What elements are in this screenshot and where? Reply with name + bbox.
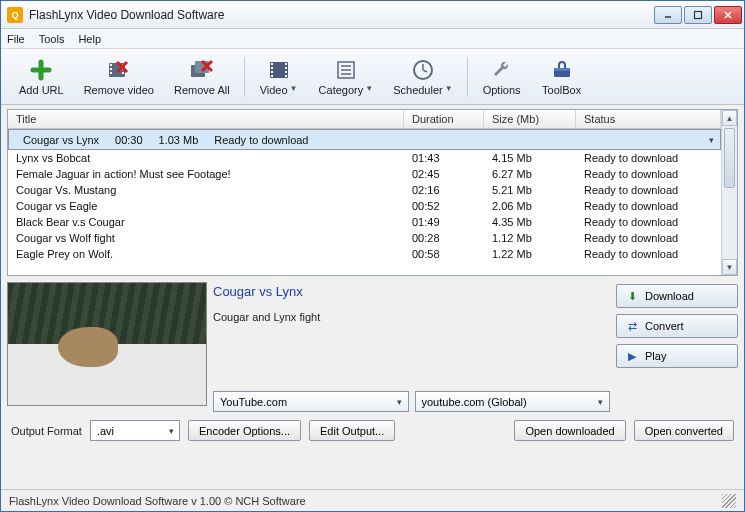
menu-file[interactable]: File: [7, 33, 25, 45]
source-select[interactable]: YouTube.com: [213, 391, 409, 412]
table-row[interactable]: Cougar Vs. Mustang02:165.21 MbReady to d…: [8, 182, 721, 198]
grid-header: Title Duration Size (Mb) Status: [8, 110, 721, 129]
remove-video-button[interactable]: Remove video: [74, 53, 164, 101]
detail-description: Cougar and Lynx fight: [213, 311, 610, 391]
cell-duration: 00:52: [404, 199, 484, 213]
toolbar: Add URL Remove video Remove All Video▼ C…: [1, 49, 744, 105]
svg-rect-5: [110, 64, 112, 66]
output-format-label: Output Format: [11, 425, 82, 437]
remove-all-button[interactable]: Remove All: [164, 53, 240, 101]
svg-rect-30: [554, 68, 570, 71]
cell-status: Ready to download: [576, 167, 721, 181]
menu-help[interactable]: Help: [78, 33, 101, 45]
toolbar-separator: [467, 57, 468, 97]
cell-status: Ready to download: [576, 247, 721, 261]
svg-rect-1: [695, 11, 702, 18]
scroll-track[interactable]: [722, 190, 737, 259]
cell-status: Ready to download: [206, 133, 316, 147]
chevron-down-icon: ▼: [290, 84, 298, 93]
cell-size: 4.15 Mb: [484, 151, 576, 165]
menu-tools[interactable]: Tools: [39, 33, 65, 45]
cell-title: Black Bear v.s Cougar: [8, 215, 404, 229]
col-status[interactable]: Status: [576, 110, 721, 128]
resize-grip-icon[interactable]: [722, 494, 736, 508]
output-format-select[interactable]: .avi: [90, 420, 180, 441]
toolbar-separator: [244, 57, 245, 97]
convert-button[interactable]: ⇄ Convert: [616, 314, 738, 338]
cell-status: Ready to download: [576, 151, 721, 165]
svg-rect-17: [271, 75, 273, 77]
open-converted-button[interactable]: Open converted: [634, 420, 734, 441]
table-row[interactable]: Eagle Prey on Wolf.00:581.22 MbReady to …: [8, 246, 721, 262]
cell-duration: 00:30: [107, 133, 151, 147]
statusbar: FlashLynx Video Download Software v 1.00…: [1, 489, 744, 511]
scheduler-button[interactable]: Scheduler▼: [383, 53, 462, 101]
options-button[interactable]: Options: [472, 53, 532, 101]
category-button[interactable]: Category▼: [309, 53, 384, 101]
cell-size: 1.12 Mb: [484, 231, 576, 245]
cell-title: Cougar vs Eagle: [8, 199, 404, 213]
svg-rect-18: [285, 63, 287, 65]
list-icon: [334, 58, 358, 82]
maximize-button[interactable]: [684, 6, 712, 24]
cell-title: Cougar vs Wolf fight: [8, 231, 404, 245]
film-icon: [267, 58, 291, 82]
films-x-icon: [190, 58, 214, 82]
app-window: Q FlashLynx Video Download Software File…: [0, 0, 745, 512]
film-x-icon: [107, 58, 131, 82]
cell-title: Cougar Vs. Mustang: [8, 183, 404, 197]
col-size[interactable]: Size (Mb): [484, 110, 576, 128]
minimize-button[interactable]: [654, 6, 682, 24]
svg-rect-6: [110, 68, 112, 70]
cell-duration: 01:49: [404, 215, 484, 229]
server-select[interactable]: youtube.com (Global): [415, 391, 611, 412]
video-button[interactable]: Video▼: [249, 53, 309, 101]
svg-rect-15: [271, 67, 273, 69]
open-downloaded-button[interactable]: Open downloaded: [514, 420, 625, 441]
titlebar: Q FlashLynx Video Download Software: [1, 1, 744, 29]
cell-size: 5.21 Mb: [484, 183, 576, 197]
table-row[interactable]: Black Bear v.s Cougar01:494.35 MbReady t…: [8, 214, 721, 230]
svg-rect-7: [110, 72, 112, 74]
svg-rect-20: [285, 71, 287, 73]
menubar: File Tools Help: [1, 29, 744, 49]
toolbox-button[interactable]: ToolBox: [532, 53, 592, 101]
cell-size: 4.35 Mb: [484, 215, 576, 229]
encoder-options-button[interactable]: Encoder Options...: [188, 420, 301, 441]
chevron-down-icon: ▼: [365, 84, 373, 93]
svg-rect-10: [122, 72, 124, 74]
convert-icon: ⇄: [625, 319, 639, 333]
col-title[interactable]: Title: [8, 110, 404, 128]
download-button[interactable]: ⬇ Download: [616, 284, 738, 308]
scroll-down-button[interactable]: ▼: [722, 259, 737, 275]
table-row[interactable]: Cougar vs Wolf fight00:281.12 MbReady to…: [8, 230, 721, 246]
scroll-up-button[interactable]: ▲: [722, 110, 737, 126]
svg-rect-21: [285, 75, 287, 77]
cell-size: 1.03 Mb: [151, 133, 207, 147]
app-icon: Q: [7, 7, 23, 23]
cell-title: Lynx vs Bobcat: [8, 151, 404, 165]
cell-title: Female Jaguar in action! Must see Footag…: [8, 167, 404, 181]
col-duration[interactable]: Duration: [404, 110, 484, 128]
edit-output-button[interactable]: Edit Output...: [309, 420, 395, 441]
cell-duration: 01:43: [404, 151, 484, 165]
plus-icon: [29, 58, 53, 82]
scroll-thumb[interactable]: [724, 128, 735, 188]
toolbox-icon: [550, 58, 574, 82]
cell-title: Eagle Prey on Wolf.: [8, 247, 404, 261]
cell-title: Cougar vs Lynx: [15, 133, 107, 147]
table-row[interactable]: Cougar vs Eagle00:522.06 MbReady to down…: [8, 198, 721, 214]
table-row[interactable]: Lynx vs Bobcat01:434.15 MbReady to downl…: [8, 150, 721, 166]
cell-duration: 02:45: [404, 167, 484, 181]
vertical-scrollbar[interactable]: ▲ ▼: [721, 110, 737, 275]
svg-rect-19: [285, 67, 287, 69]
close-button[interactable]: [714, 6, 742, 24]
table-row[interactable]: Female Jaguar in action! Must see Footag…: [8, 166, 721, 182]
add-url-button[interactable]: Add URL: [9, 53, 74, 101]
cell-size: 1.22 Mb: [484, 247, 576, 261]
cell-size: 2.06 Mb: [484, 199, 576, 213]
play-button[interactable]: ▶ Play: [616, 344, 738, 368]
cell-status: Ready to download: [576, 183, 721, 197]
table-row[interactable]: Cougar vs Lynx00:301.03 MbReady to downl…: [8, 129, 721, 150]
play-icon: ▶: [625, 349, 639, 363]
